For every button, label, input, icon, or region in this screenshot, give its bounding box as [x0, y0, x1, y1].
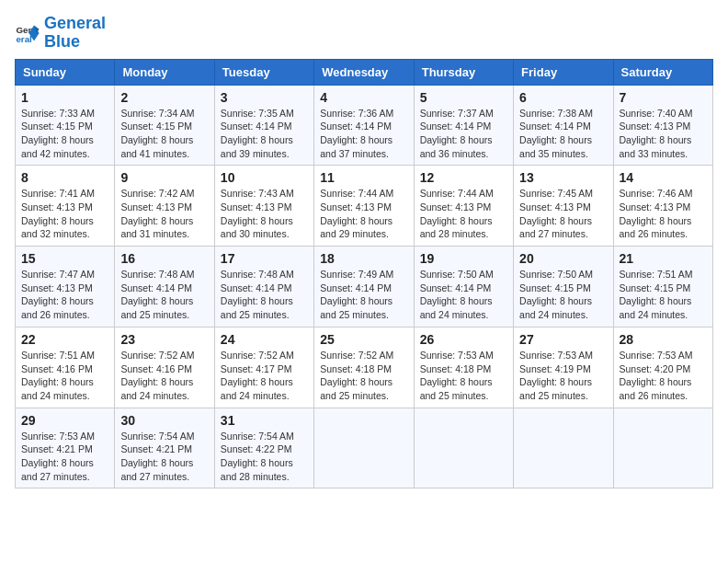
calendar-cell: 23Sunrise: 7:52 AMSunset: 4:16 PMDayligh… — [115, 327, 214, 408]
day-info: Sunrise: 7:54 AMSunset: 4:22 PMDaylight:… — [221, 430, 308, 484]
day-number: 3 — [221, 90, 308, 105]
day-info: Sunrise: 7:53 AMSunset: 4:18 PMDaylight:… — [420, 349, 507, 403]
day-number: 13 — [519, 170, 607, 185]
day-number: 23 — [120, 332, 208, 347]
day-number: 26 — [420, 332, 507, 347]
calendar-cell: 27Sunrise: 7:53 AMSunset: 4:19 PMDayligh… — [514, 327, 613, 408]
day-number: 15 — [21, 251, 108, 266]
day-info: Sunrise: 7:51 AMSunset: 4:16 PMDaylight:… — [21, 349, 108, 403]
calendar-week-3: 15Sunrise: 7:47 AMSunset: 4:13 PMDayligh… — [16, 247, 713, 327]
day-number: 2 — [120, 90, 208, 105]
logo: Gen eral GeneralBlue — [15, 15, 106, 52]
day-info: Sunrise: 7:44 AMSunset: 4:13 PMDaylight:… — [420, 187, 507, 241]
day-number: 6 — [519, 90, 607, 105]
calendar-cell: 11Sunrise: 7:44 AMSunset: 4:13 PMDayligh… — [314, 166, 414, 247]
day-info: Sunrise: 7:40 AMSunset: 4:13 PMDaylight:… — [620, 107, 707, 161]
day-number: 4 — [320, 90, 407, 105]
weekday-header-sunday: Sunday — [16, 59, 115, 85]
calendar-body: 1Sunrise: 7:33 AMSunset: 4:15 PMDaylight… — [16, 85, 713, 488]
calendar-cell: 25Sunrise: 7:52 AMSunset: 4:18 PMDayligh… — [314, 327, 414, 408]
calendar-cell: 19Sunrise: 7:50 AMSunset: 4:14 PMDayligh… — [414, 247, 513, 327]
weekday-header-thursday: Thursday — [414, 59, 513, 85]
calendar-cell: 3Sunrise: 7:35 AMSunset: 4:14 PMDaylight… — [214, 85, 313, 166]
day-number: 20 — [519, 251, 607, 266]
logo-icon: Gen eral — [15, 20, 40, 46]
day-number: 27 — [519, 332, 607, 347]
calendar-week-2: 8Sunrise: 7:41 AMSunset: 4:13 PMDaylight… — [16, 166, 713, 247]
day-info: Sunrise: 7:44 AMSunset: 4:13 PMDaylight:… — [320, 187, 407, 241]
calendar-cell: 2Sunrise: 7:34 AMSunset: 4:15 PMDaylight… — [115, 85, 214, 166]
day-info: Sunrise: 7:50 AMSunset: 4:15 PMDaylight:… — [519, 268, 607, 322]
day-info: Sunrise: 7:38 AMSunset: 4:14 PMDaylight:… — [519, 107, 607, 161]
calendar-cell: 10Sunrise: 7:43 AMSunset: 4:13 PMDayligh… — [214, 166, 313, 247]
calendar-cell: 9Sunrise: 7:42 AMSunset: 4:13 PMDaylight… — [115, 166, 214, 247]
day-info: Sunrise: 7:48 AMSunset: 4:14 PMDaylight:… — [221, 268, 308, 322]
weekday-header-monday: Monday — [115, 59, 214, 85]
day-number: 22 — [21, 332, 108, 347]
day-number: 31 — [221, 413, 308, 428]
day-number: 25 — [320, 332, 407, 347]
day-info: Sunrise: 7:43 AMSunset: 4:13 PMDaylight:… — [221, 187, 308, 241]
calendar-cell: 16Sunrise: 7:48 AMSunset: 4:14 PMDayligh… — [115, 247, 214, 327]
weekday-header-friday: Friday — [514, 59, 613, 85]
calendar-cell: 1Sunrise: 7:33 AMSunset: 4:15 PMDaylight… — [16, 85, 115, 166]
calendar-cell: 14Sunrise: 7:46 AMSunset: 4:13 PMDayligh… — [613, 166, 712, 247]
calendar-cell: 12Sunrise: 7:44 AMSunset: 4:13 PMDayligh… — [414, 166, 513, 247]
weekday-header-wednesday: Wednesday — [314, 59, 414, 85]
day-info: Sunrise: 7:49 AMSunset: 4:14 PMDaylight:… — [320, 268, 407, 322]
weekday-header-saturday: Saturday — [613, 59, 712, 85]
day-info: Sunrise: 7:41 AMSunset: 4:13 PMDaylight:… — [21, 187, 108, 241]
calendar-week-1: 1Sunrise: 7:33 AMSunset: 4:15 PMDaylight… — [16, 85, 713, 166]
calendar-cell: 15Sunrise: 7:47 AMSunset: 4:13 PMDayligh… — [16, 247, 115, 327]
day-info: Sunrise: 7:53 AMSunset: 4:19 PMDaylight:… — [519, 349, 607, 403]
day-number: 24 — [221, 332, 308, 347]
svg-text:eral: eral — [16, 34, 32, 44]
day-number: 18 — [320, 251, 407, 266]
day-number: 10 — [221, 170, 308, 185]
logo-text: GeneralBlue — [44, 15, 106, 52]
day-number: 14 — [620, 170, 707, 185]
day-info: Sunrise: 7:42 AMSunset: 4:13 PMDaylight:… — [120, 187, 208, 241]
calendar-cell: 17Sunrise: 7:48 AMSunset: 4:14 PMDayligh… — [214, 247, 313, 327]
day-info: Sunrise: 7:37 AMSunset: 4:14 PMDaylight:… — [420, 107, 507, 161]
day-number: 9 — [120, 170, 208, 185]
day-number: 8 — [21, 170, 108, 185]
calendar-table: SundayMondayTuesdayWednesdayThursdayFrid… — [15, 59, 713, 489]
calendar-cell: 26Sunrise: 7:53 AMSunset: 4:18 PMDayligh… — [414, 327, 513, 408]
day-info: Sunrise: 7:52 AMSunset: 4:18 PMDaylight:… — [320, 349, 407, 403]
day-number: 21 — [620, 251, 707, 266]
day-info: Sunrise: 7:52 AMSunset: 4:16 PMDaylight:… — [120, 349, 208, 403]
day-number: 5 — [420, 90, 507, 105]
calendar-cell: 13Sunrise: 7:45 AMSunset: 4:13 PMDayligh… — [514, 166, 613, 247]
day-info: Sunrise: 7:33 AMSunset: 4:15 PMDaylight:… — [21, 107, 108, 161]
calendar-cell: 6Sunrise: 7:38 AMSunset: 4:14 PMDaylight… — [514, 85, 613, 166]
day-info: Sunrise: 7:45 AMSunset: 4:13 PMDaylight:… — [519, 187, 607, 241]
day-number: 28 — [620, 332, 707, 347]
calendar-cell: 5Sunrise: 7:37 AMSunset: 4:14 PMDaylight… — [414, 85, 513, 166]
calendar-cell: 7Sunrise: 7:40 AMSunset: 4:13 PMDaylight… — [613, 85, 712, 166]
calendar-cell: 24Sunrise: 7:52 AMSunset: 4:17 PMDayligh… — [214, 327, 313, 408]
calendar-cell: 18Sunrise: 7:49 AMSunset: 4:14 PMDayligh… — [314, 247, 414, 327]
calendar-cell: 30Sunrise: 7:54 AMSunset: 4:21 PMDayligh… — [115, 408, 214, 488]
day-info: Sunrise: 7:47 AMSunset: 4:13 PMDaylight:… — [21, 268, 108, 322]
day-number: 1 — [21, 90, 108, 105]
day-info: Sunrise: 7:48 AMSunset: 4:14 PMDaylight:… — [120, 268, 208, 322]
calendar-cell — [414, 408, 513, 488]
calendar-cell: 28Sunrise: 7:53 AMSunset: 4:20 PMDayligh… — [613, 327, 712, 408]
weekday-header-tuesday: Tuesday — [214, 59, 313, 85]
calendar-week-4: 22Sunrise: 7:51 AMSunset: 4:16 PMDayligh… — [16, 327, 713, 408]
day-info: Sunrise: 7:53 AMSunset: 4:21 PMDaylight:… — [21, 430, 108, 484]
calendar-cell: 4Sunrise: 7:36 AMSunset: 4:14 PMDaylight… — [314, 85, 414, 166]
day-number: 16 — [120, 251, 208, 266]
calendar-cell: 21Sunrise: 7:51 AMSunset: 4:15 PMDayligh… — [613, 247, 712, 327]
day-info: Sunrise: 7:53 AMSunset: 4:20 PMDaylight:… — [620, 349, 707, 403]
page-header: Gen eral GeneralBlue — [15, 15, 713, 52]
weekday-header-row: SundayMondayTuesdayWednesdayThursdayFrid… — [16, 59, 713, 85]
calendar-cell — [514, 408, 613, 488]
calendar-week-5: 29Sunrise: 7:53 AMSunset: 4:21 PMDayligh… — [16, 408, 713, 488]
day-info: Sunrise: 7:50 AMSunset: 4:14 PMDaylight:… — [420, 268, 507, 322]
day-number: 30 — [120, 413, 208, 428]
calendar-cell: 20Sunrise: 7:50 AMSunset: 4:15 PMDayligh… — [514, 247, 613, 327]
calendar-cell — [613, 408, 712, 488]
calendar-cell: 29Sunrise: 7:53 AMSunset: 4:21 PMDayligh… — [16, 408, 115, 488]
